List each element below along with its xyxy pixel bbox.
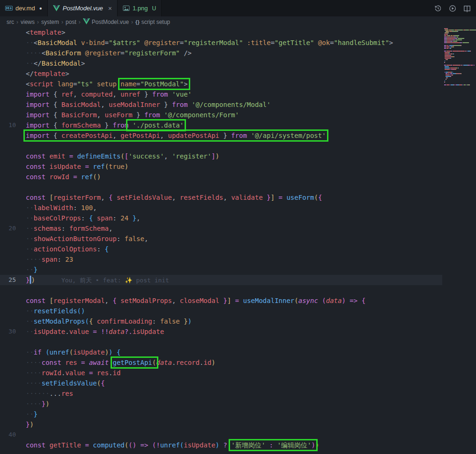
line-number [0, 182, 16, 192]
code-line[interactable]: ··showActionButtonGroup: false, [0, 234, 442, 244]
run-icon[interactable] [448, 4, 457, 13]
split-editor-icon[interactable] [463, 4, 471, 13]
tab-label: PostModel.vue [63, 5, 103, 12]
breadcrumb-item[interactable]: system [41, 19, 59, 25]
code-line[interactable]: <script lang="ts" setup name="PostModal"… [0, 79, 442, 89]
code-line[interactable]: const rowId = ref() [0, 172, 442, 182]
line-content: ··schemas: formSchema, [16, 223, 442, 234]
code-line[interactable]: const [registerForm, { setFieldsValue, r… [0, 192, 442, 203]
code-line[interactable]: import { createPostApi, getPostApi, upda… [0, 130, 442, 141]
line-number [0, 38, 16, 48]
breadcrumb-item[interactable]: {}script setup [135, 19, 170, 25]
line-number [0, 316, 16, 326]
code-area[interactable]: <template>··<BasicModal v-bind="$attrs" … [0, 27, 442, 454]
code-line[interactable]: ····const res = await getPostApi(data.re… [0, 357, 442, 368]
tab-dev-md[interactable]: dev.md● [0, 0, 48, 16]
line-number [0, 399, 16, 409]
line-content: const rowId = ref() [16, 172, 442, 182]
code-line[interactable]: const emit = defineEmits(['success', 're… [0, 151, 442, 161]
line-content [16, 337, 442, 347]
code-line[interactable]: import { ref, computed, unref } from 'vu… [0, 89, 442, 99]
code-line[interactable]: import { BasicForm, useForm } from '@/co… [0, 110, 442, 120]
annotation-box: name="PostModal"> [120, 80, 187, 88]
code-line[interactable]: ··labelWidth: 100, [0, 203, 442, 213]
code-line[interactable]: const getTitle = computed(() => (!unref(… [0, 440, 442, 450]
breadcrumb-separator: › [61, 19, 63, 25]
code-line[interactable]: </template> [0, 68, 442, 79]
line-content: })You, 前天 • feat: ✨ post init [16, 275, 442, 285]
code-line[interactable]: ····}) [0, 399, 442, 409]
line-content: ··labelWidth: 100, [16, 203, 442, 213]
code-line[interactable]: 40 [0, 430, 442, 440]
minimap-line [444, 80, 476, 81]
line-number: 20 [0, 223, 16, 234]
code-line[interactable] [0, 182, 442, 192]
code-line[interactable]: ··} [0, 265, 442, 275]
line-content: ····<BasicForm @register="registerForm" … [16, 48, 442, 58]
code-line[interactable]: 20··schemas: formSchema, [0, 223, 442, 234]
code-line[interactable] [0, 141, 442, 151]
minimap-line [444, 42, 476, 43]
line-number [0, 141, 16, 151]
tab-postmodel-vue[interactable]: PostModel.vue× [48, 0, 118, 16]
line-number [0, 347, 16, 357]
breadcrumb-item[interactable]: PostModel.vue [83, 18, 129, 26]
line-number [0, 161, 16, 172]
file-history-icon[interactable] [434, 4, 442, 13]
line-content [16, 141, 442, 151]
code-line[interactable]: }) [0, 419, 442, 430]
line-number [0, 285, 16, 295]
line-number [0, 110, 16, 120]
tab-1-png[interactable]: 1.pngU [118, 0, 162, 16]
minimap-line [444, 66, 476, 67]
annotation-box: '新增岗位' : '编辑岗位') [231, 441, 315, 449]
minimap[interactable] [442, 27, 476, 454]
line-content: ··} [16, 409, 442, 419]
code-line[interactable]: import { BasicModal, useModalInner } fro… [0, 99, 442, 110]
breadcrumb-item[interactable]: views [21, 19, 35, 25]
code-line[interactable]: ····<BasicForm @register="registerForm" … [0, 48, 442, 58]
line-number [0, 357, 16, 368]
minimap-line [444, 58, 476, 59]
code-line[interactable]: ··setModalProps({ confirmLoading: false … [0, 316, 442, 326]
code-line[interactable]: ····rowId.value = res.id [0, 368, 442, 378]
code-line[interactable]: ····span: 23 [0, 254, 442, 265]
line-content: ····span: 23 [16, 254, 442, 265]
line-content: ··baseColProps: { span: 24 }, [16, 213, 442, 223]
code-line[interactable] [0, 285, 442, 295]
line-content: ··if (unref(isUpdate)) { [16, 347, 442, 357]
code-line[interactable]: ··if (unref(isUpdate)) { [0, 347, 442, 357]
line-content: ··<BasicModal v-bind="$attrs" @register=… [16, 38, 442, 48]
code-line[interactable] [0, 337, 442, 347]
breadcrumb-item[interactable]: src [7, 19, 14, 25]
code-line[interactable]: <template> [0, 27, 442, 38]
line-content: import { ref, computed, unref } from 'vu… [16, 89, 442, 99]
line-content: <template> [16, 27, 442, 38]
code-line[interactable]: 30··isUpdate.value = !!data?.isUpdate [0, 326, 442, 337]
line-content: ··} [16, 265, 442, 275]
tab-label: dev.md [15, 5, 35, 12]
code-line[interactable]: 10import { formSchema } from './post.dat… [0, 120, 442, 130]
line-number [0, 99, 16, 110]
annotation-box: import { createPostApi, getPostApi, upda… [26, 132, 326, 139]
code-line[interactable]: ······...res [0, 388, 442, 399]
minimap-line [444, 53, 476, 54]
code-line[interactable]: const isUpdate = ref(true) [0, 161, 442, 172]
close-icon[interactable]: × [108, 5, 112, 12]
code-line[interactable]: ··resetFields() [0, 306, 442, 316]
code-line[interactable]: ··baseColProps: { span: 24 }, [0, 213, 442, 223]
unsaved-dot-icon[interactable]: ● [39, 6, 42, 11]
code-line[interactable]: ····setFieldsValue({ [0, 378, 442, 388]
breadcrumb-separator: › [16, 19, 18, 25]
minimap-line [444, 45, 476, 46]
line-number [0, 27, 16, 38]
code-line[interactable]: ··actionColOptions: { [0, 244, 442, 254]
code-line[interactable]: ··<BasicModal v-bind="$attrs" @register=… [0, 38, 442, 48]
code-line[interactable]: const [registerModal, { setModalProps, c… [0, 295, 442, 306]
minimap-line [444, 62, 476, 63]
breadcrumb-item[interactable]: post [66, 19, 76, 25]
code-line[interactable]: 25})You, 前天 • feat: ✨ post init [0, 275, 442, 285]
code-line[interactable]: ··</BasicModal> [0, 58, 442, 68]
code-line[interactable]: ··} [0, 409, 442, 419]
line-content: ··</BasicModal> [16, 58, 442, 68]
